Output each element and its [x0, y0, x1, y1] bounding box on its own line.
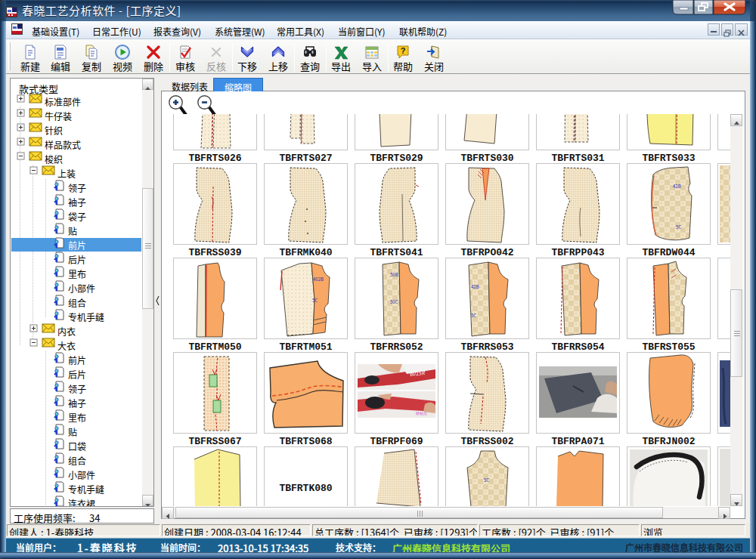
svg-text:42B: 42B	[471, 283, 479, 290]
svg-text:5C: 5C	[312, 297, 318, 304]
svg-text:5C: 5C	[484, 477, 489, 483]
svg-text:50B: 50B	[390, 271, 398, 278]
svg-text:50C: 50C	[390, 298, 398, 305]
svg-text:5C: 5C	[471, 312, 476, 319]
svg-text:5C: 5C	[676, 224, 681, 230]
svg-text:42B: 42B	[673, 183, 681, 190]
svg-text:轻松点: 轻松点	[416, 410, 427, 415]
svg-text:?: ?	[401, 44, 406, 56]
svg-text:402B: 402B	[313, 276, 324, 283]
